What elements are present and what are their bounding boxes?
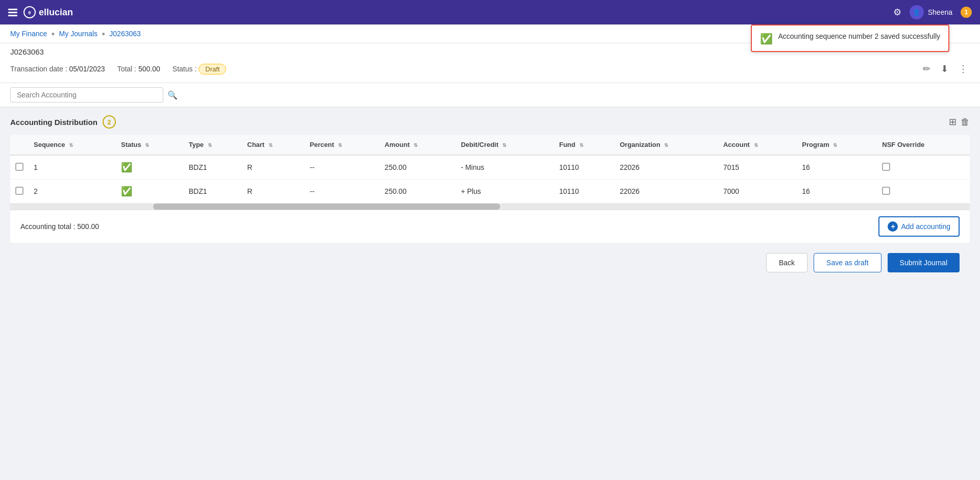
section-title: Accounting Distribution [10,118,97,127]
accounting-table: Sequence ⇅ Status ⇅ Type ⇅ Chart ⇅ Perce… [10,135,970,204]
cell-amount: 250.00 [380,180,456,204]
total-label: Total : [117,65,136,73]
cell-account: 7000 [718,180,797,204]
cell-percent: -- [305,180,380,204]
delete-icon[interactable]: 🗑 [961,117,970,128]
cell-percent: -- [305,155,380,180]
main-content: Accounting Distribution 2 ⊞ 🗑 Sequence ⇅… [0,107,980,281]
col-program[interactable]: Program ⇅ [797,135,877,155]
section-header: Accounting Distribution 2 ⊞ 🗑 [10,115,970,129]
cell-debit-credit: + Plus [456,180,554,204]
row-checkbox[interactable] [15,187,23,195]
section-actions: ⊞ 🗑 [949,116,970,128]
col-fund[interactable]: Fund ⇅ [554,135,615,155]
cell-sequence: 1 [29,155,116,180]
col-debit-credit[interactable]: Debit/Credit ⇅ [456,135,554,155]
app-logo: e ellucian [23,6,73,18]
cell-type: BDZ1 [184,155,242,180]
table-row: 2 ✅ BDZ1 R -- 250.00 + Plus 10110 22026 … [10,180,970,204]
col-chart[interactable]: Chart ⇅ [242,135,305,155]
status-meta: Status : Draft [173,64,227,74]
header-actions: ✏ ⬇ ⋮ [921,61,970,77]
col-type[interactable]: Type ⇅ [184,135,242,155]
submit-journal-button[interactable]: Submit Journal [888,253,960,272]
table-footer: Accounting total : 500.00 + Add accounti… [10,210,970,243]
table-row: 1 ✅ BDZ1 R -- 250.00 - Minus 10110 22026… [10,155,970,180]
status-badge: Draft [199,64,226,74]
success-icon: ✅ [760,33,773,45]
bottom-actions: Back Save as draft Submit Journal [10,243,970,272]
search-button[interactable]: 🔍 [167,90,178,100]
search-input[interactable] [10,87,163,103]
transaction-date-value: 05/01/2023 [69,65,105,73]
cell-nsf-override[interactable] [877,155,970,180]
edit-icon[interactable]: ✏ [921,61,933,77]
user-avatar: 👤 [910,5,924,19]
user-name: Sheena [928,8,952,16]
col-amount[interactable]: Amount ⇅ [380,135,456,155]
status-ok-icon: ✅ [121,162,132,172]
notification-toast: ✅ Accounting sequence number 2 saved suc… [751,24,949,52]
scroll-thumb[interactable] [153,204,500,210]
cell-status: ✅ [116,180,184,204]
cell-status: ✅ [116,155,184,180]
download-icon[interactable]: ⬇ [939,61,950,77]
col-organization[interactable]: Organization ⇅ [615,135,718,155]
breadcrumb-current: J0263063 [109,30,141,38]
breadcrumb-sep-1: ● [51,30,55,37]
section-count-badge: 2 [103,115,116,129]
top-navigation: e ellucian ⚙ 👤 Sheena 1 ✅ Accounting seq… [0,0,980,24]
back-button[interactable]: Back [766,253,807,272]
user-menu[interactable]: 👤 Sheena [910,5,952,19]
search-bar: 🔍 [0,83,980,107]
accounting-table-wrapper: Sequence ⇅ Status ⇅ Type ⇅ Chart ⇅ Perce… [10,135,970,243]
cell-sequence: 2 [29,180,116,204]
row-checkbox-cell[interactable] [10,155,29,180]
add-accounting-button[interactable]: + Add accounting [878,216,960,237]
cell-organization: 22026 [615,180,718,204]
settings-icon[interactable]: ⚙ [893,7,901,18]
select-all-header [10,135,29,155]
notification-badge[interactable]: 1 [961,7,972,18]
cell-program: 16 [797,155,877,180]
cell-chart: R [242,180,305,204]
col-nsf-override: NSF Override [877,135,970,155]
total-value: 500.00 [138,65,160,73]
cell-organization: 22026 [615,155,718,180]
menu-icon[interactable] [8,9,17,16]
col-percent[interactable]: Percent ⇅ [305,135,380,155]
save-as-draft-button[interactable]: Save as draft [814,253,881,272]
cell-type: BDZ1 [184,180,242,204]
transaction-date-label: Transaction date : [10,65,67,73]
filter-icon[interactable]: ⊞ [949,116,957,128]
col-sequence[interactable]: Sequence ⇅ [29,135,116,155]
breadcrumb-my-finance[interactable]: My Finance [10,30,47,38]
breadcrumb-my-journals[interactable]: My Journals [59,30,97,38]
cell-chart: R [242,155,305,180]
cell-fund: 10110 [554,155,615,180]
table-header-row: Sequence ⇅ Status ⇅ Type ⇅ Chart ⇅ Perce… [10,135,970,155]
nsf-override-checkbox[interactable] [882,187,890,195]
more-options-icon[interactable]: ⋮ [957,61,970,77]
row-checkbox[interactable] [15,163,23,171]
logo-circle: e [23,6,36,18]
horizontal-scrollbar[interactable] [10,204,970,210]
cell-program: 16 [797,180,877,204]
col-account[interactable]: Account ⇅ [718,135,797,155]
total-meta: Total : 500.00 [117,65,160,73]
breadcrumb-sep-2: ● [102,30,105,37]
cell-debit-credit: - Minus [456,155,554,180]
cell-nsf-override[interactable] [877,180,970,204]
status-label: Status : [173,65,197,73]
transaction-date: Transaction date : 05/01/2023 [10,65,105,73]
row-checkbox-cell[interactable] [10,180,29,204]
cell-amount: 250.00 [380,155,456,180]
plus-icon: + [888,221,898,232]
cell-fund: 10110 [554,180,615,204]
notification-message: Accounting sequence number 2 saved succe… [778,32,940,42]
accounting-total-label: Accounting total : 500.00 [20,222,99,231]
cell-account: 7015 [718,155,797,180]
col-status[interactable]: Status ⇅ [116,135,184,155]
nsf-override-checkbox[interactable] [882,163,890,171]
status-ok-icon: ✅ [121,186,132,196]
